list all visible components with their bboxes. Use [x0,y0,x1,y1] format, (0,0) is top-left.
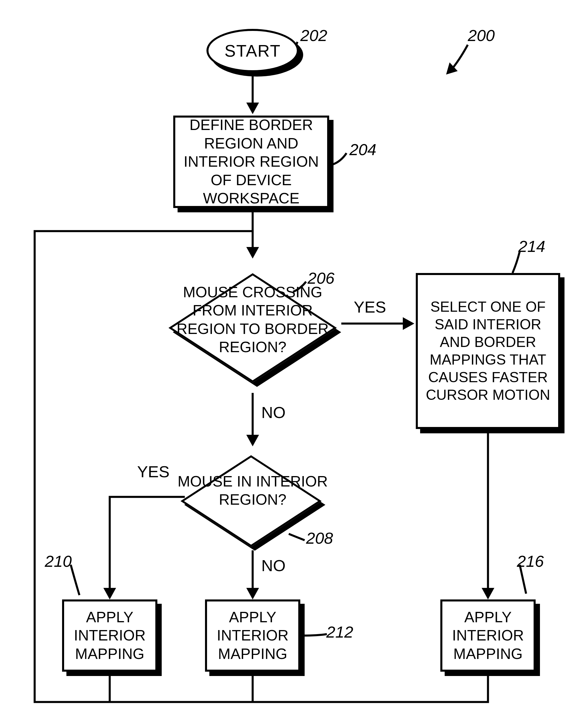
ref-216: 216 [517,552,544,571]
decision-interior-text: MOUSE IN INTERIOR REGION? [175,472,330,509]
d2-no: NO [261,556,286,575]
ref-214: 214 [518,237,545,256]
process-select-mapping: SELECT ONE OF SAID INTERIOR AND BORDER M… [416,273,560,429]
process-apply-interior-212: APPLY INTERIOR MAPPING [205,599,300,672]
d2-yes: YES [137,462,169,481]
ref-206: 206 [308,269,335,287]
d1-no: NO [261,403,286,422]
decision-crossing-text: MOUSE CROSSING FROM INTERIOR REGION TO B… [163,283,342,357]
p214-text: SELECT ONE OF SAID INTERIOR AND BORDER M… [423,298,553,404]
d1-yes: YES [354,297,386,316]
start-terminator: START [207,29,299,72]
p212-text: APPLY INTERIOR MAPPING [212,608,293,663]
ref-202: 202 [300,26,327,45]
ref-204: 204 [349,140,376,159]
process-apply-interior-216: APPLY INTERIOR MAPPING [440,599,536,672]
process-define: DEFINE BORDER REGION AND INTERIOR REGION… [173,115,329,208]
define-text: DEFINE BORDER REGION AND INTERIOR REGION… [181,116,322,207]
p216-text: APPLY INTERIOR MAPPING [448,608,528,663]
process-apply-interior-210: APPLY INTERIOR MAPPING [62,599,157,672]
p210-text: APPLY INTERIOR MAPPING [69,608,150,663]
ref-200: 200 [468,26,495,45]
ref-208: 208 [306,529,333,547]
start-label: START [224,41,281,60]
ref-212: 212 [326,623,353,641]
ref-210: 210 [45,552,72,571]
